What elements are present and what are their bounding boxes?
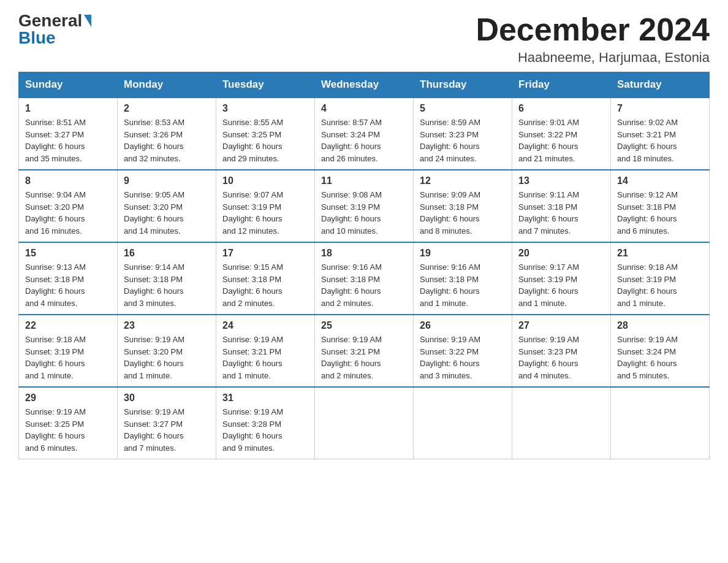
day-info: Sunrise: 9:15 AMSunset: 3:18 PMDaylight:… <box>222 261 308 309</box>
table-row: 30Sunrise: 9:19 AMSunset: 3:27 PMDayligh… <box>118 387 216 459</box>
day-number: 1 <box>25 103 111 114</box>
day-info: Sunrise: 9:19 AMSunset: 3:23 PMDaylight:… <box>518 334 604 381</box>
table-row: 24Sunrise: 9:19 AMSunset: 3:21 PMDayligh… <box>216 315 315 387</box>
table-row: 9Sunrise: 9:05 AMSunset: 3:20 PMDaylight… <box>118 170 216 242</box>
table-row: 20Sunrise: 9:17 AMSunset: 3:19 PMDayligh… <box>512 242 611 315</box>
table-row <box>315 387 414 459</box>
table-row: 14Sunrise: 9:12 AMSunset: 3:18 PMDayligh… <box>611 170 710 242</box>
table-row: 12Sunrise: 9:09 AMSunset: 3:18 PMDayligh… <box>414 170 512 242</box>
weekday-header-row: Sunday Monday Tuesday Wednesday Thursday… <box>19 72 710 98</box>
day-number: 21 <box>617 248 703 259</box>
table-row: 11Sunrise: 9:08 AMSunset: 3:19 PMDayligh… <box>315 170 414 242</box>
day-number: 16 <box>124 248 210 259</box>
table-row: 31Sunrise: 9:19 AMSunset: 3:28 PMDayligh… <box>216 387 315 459</box>
day-number: 4 <box>321 103 407 114</box>
day-number: 22 <box>25 320 111 331</box>
table-row: 15Sunrise: 9:13 AMSunset: 3:18 PMDayligh… <box>19 242 118 315</box>
table-row: 4Sunrise: 8:57 AMSunset: 3:24 PMDaylight… <box>315 98 414 170</box>
header-tuesday: Tuesday <box>216 72 315 98</box>
day-info: Sunrise: 8:53 AMSunset: 3:26 PMDaylight:… <box>124 117 210 164</box>
table-row: 19Sunrise: 9:16 AMSunset: 3:18 PMDayligh… <box>414 242 512 315</box>
table-row: 1Sunrise: 8:51 AMSunset: 3:27 PMDaylight… <box>19 98 118 170</box>
location-title: Haabneeme, Harjumaa, Estonia <box>476 50 710 66</box>
day-number: 5 <box>420 103 506 114</box>
table-row: 26Sunrise: 9:19 AMSunset: 3:22 PMDayligh… <box>414 315 512 387</box>
table-row: 18Sunrise: 9:16 AMSunset: 3:18 PMDayligh… <box>315 242 414 315</box>
day-info: Sunrise: 8:55 AMSunset: 3:25 PMDaylight:… <box>222 117 308 164</box>
table-row: 17Sunrise: 9:15 AMSunset: 3:18 PMDayligh… <box>216 242 315 315</box>
page-header: General Blue December 2024 Haabneeme, Ha… <box>18 12 710 66</box>
header-friday: Friday <box>512 72 611 98</box>
logo-triangle-icon <box>84 15 91 27</box>
day-number: 29 <box>25 393 111 404</box>
table-row: 8Sunrise: 9:04 AMSunset: 3:20 PMDaylight… <box>19 170 118 242</box>
day-number: 23 <box>124 320 210 331</box>
day-number: 19 <box>420 248 506 259</box>
day-number: 18 <box>321 248 407 259</box>
day-info: Sunrise: 9:12 AMSunset: 3:18 PMDaylight:… <box>617 189 703 237</box>
day-number: 17 <box>222 248 308 259</box>
day-info: Sunrise: 9:02 AMSunset: 3:21 PMDaylight:… <box>617 117 703 164</box>
day-number: 30 <box>124 393 210 404</box>
day-info: Sunrise: 9:11 AMSunset: 3:18 PMDaylight:… <box>518 189 604 237</box>
logo-blue: Blue <box>18 29 56 47</box>
day-info: Sunrise: 9:19 AMSunset: 3:25 PMDaylight:… <box>25 406 111 454</box>
day-number: 24 <box>222 320 308 331</box>
header-thursday: Thursday <box>414 72 512 98</box>
day-info: Sunrise: 9:16 AMSunset: 3:18 PMDaylight:… <box>321 261 407 309</box>
table-row <box>611 387 710 459</box>
logo-general: General <box>18 12 82 29</box>
day-info: Sunrise: 9:17 AMSunset: 3:19 PMDaylight:… <box>518 261 604 309</box>
table-row: 21Sunrise: 9:18 AMSunset: 3:19 PMDayligh… <box>611 242 710 315</box>
day-number: 25 <box>321 320 407 331</box>
table-row: 5Sunrise: 8:59 AMSunset: 3:23 PMDaylight… <box>414 98 512 170</box>
day-number: 8 <box>25 175 111 186</box>
table-row: 27Sunrise: 9:19 AMSunset: 3:23 PMDayligh… <box>512 315 611 387</box>
day-info: Sunrise: 9:08 AMSunset: 3:19 PMDaylight:… <box>321 189 407 237</box>
day-number: 27 <box>518 320 604 331</box>
day-number: 13 <box>518 175 604 186</box>
day-number: 14 <box>617 175 703 186</box>
day-number: 15 <box>25 248 111 259</box>
week-row-3: 15Sunrise: 9:13 AMSunset: 3:18 PMDayligh… <box>19 242 710 315</box>
table-row: 6Sunrise: 9:01 AMSunset: 3:22 PMDaylight… <box>512 98 611 170</box>
week-row-4: 22Sunrise: 9:18 AMSunset: 3:19 PMDayligh… <box>19 315 710 387</box>
table-row: 7Sunrise: 9:02 AMSunset: 3:21 PMDaylight… <box>611 98 710 170</box>
day-info: Sunrise: 9:19 AMSunset: 3:20 PMDaylight:… <box>124 334 210 381</box>
day-number: 9 <box>124 175 210 186</box>
day-info: Sunrise: 9:18 AMSunset: 3:19 PMDaylight:… <box>25 334 111 381</box>
day-number: 12 <box>420 175 506 186</box>
day-info: Sunrise: 8:57 AMSunset: 3:24 PMDaylight:… <box>321 117 407 164</box>
day-info: Sunrise: 9:13 AMSunset: 3:18 PMDaylight:… <box>25 261 111 309</box>
table-row: 10Sunrise: 9:07 AMSunset: 3:19 PMDayligh… <box>216 170 315 242</box>
week-row-5: 29Sunrise: 9:19 AMSunset: 3:25 PMDayligh… <box>19 387 710 459</box>
calendar-table: Sunday Monday Tuesday Wednesday Thursday… <box>18 72 710 459</box>
title-section: December 2024 Haabneeme, Harjumaa, Eston… <box>476 12 710 66</box>
day-number: 26 <box>420 320 506 331</box>
day-info: Sunrise: 9:18 AMSunset: 3:19 PMDaylight:… <box>617 261 703 309</box>
day-number: 10 <box>222 175 308 186</box>
header-sunday: Sunday <box>19 72 118 98</box>
table-row: 22Sunrise: 9:18 AMSunset: 3:19 PMDayligh… <box>19 315 118 387</box>
day-number: 28 <box>617 320 703 331</box>
week-row-1: 1Sunrise: 8:51 AMSunset: 3:27 PMDaylight… <box>19 98 710 170</box>
day-info: Sunrise: 9:05 AMSunset: 3:20 PMDaylight:… <box>124 189 210 237</box>
table-row: 29Sunrise: 9:19 AMSunset: 3:25 PMDayligh… <box>19 387 118 459</box>
day-info: Sunrise: 9:14 AMSunset: 3:18 PMDaylight:… <box>124 261 210 309</box>
day-info: Sunrise: 9:09 AMSunset: 3:18 PMDaylight:… <box>420 189 506 237</box>
logo: General Blue <box>18 12 91 47</box>
day-number: 2 <box>124 103 210 114</box>
header-monday: Monday <box>118 72 216 98</box>
table-row <box>512 387 611 459</box>
table-row: 2Sunrise: 8:53 AMSunset: 3:26 PMDaylight… <box>118 98 216 170</box>
table-row: 16Sunrise: 9:14 AMSunset: 3:18 PMDayligh… <box>118 242 216 315</box>
week-row-2: 8Sunrise: 9:04 AMSunset: 3:20 PMDaylight… <box>19 170 710 242</box>
day-number: 6 <box>518 103 604 114</box>
month-title: December 2024 <box>476 12 710 47</box>
day-info: Sunrise: 9:19 AMSunset: 3:22 PMDaylight:… <box>420 334 506 381</box>
day-info: Sunrise: 9:16 AMSunset: 3:18 PMDaylight:… <box>420 261 506 309</box>
day-info: Sunrise: 9:19 AMSunset: 3:21 PMDaylight:… <box>321 334 407 381</box>
day-info: Sunrise: 9:07 AMSunset: 3:19 PMDaylight:… <box>222 189 308 237</box>
day-info: Sunrise: 9:19 AMSunset: 3:27 PMDaylight:… <box>124 406 210 454</box>
table-row <box>414 387 512 459</box>
